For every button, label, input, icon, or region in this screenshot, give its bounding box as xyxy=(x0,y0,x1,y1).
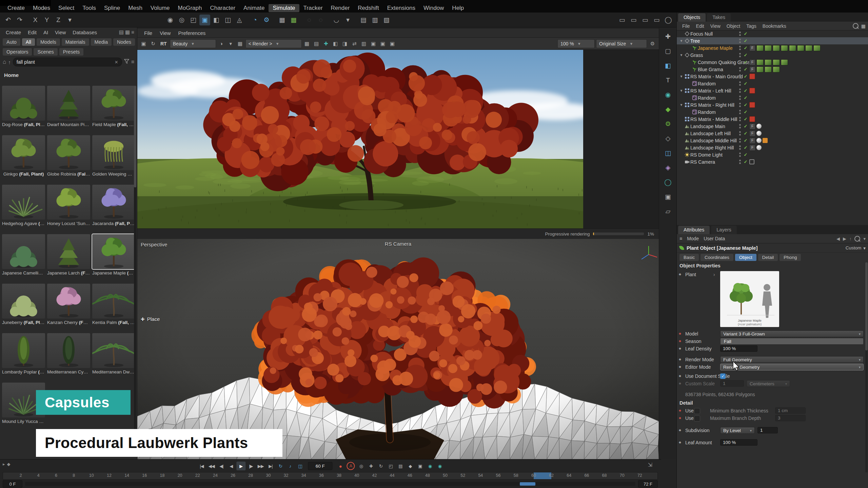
visibility-dots[interactable] xyxy=(738,46,742,50)
enable-check-icon[interactable]: ✓ xyxy=(743,159,748,164)
enable-check-icon[interactable]: ✓ xyxy=(743,117,748,122)
checker-background-icon[interactable]: ▦ xyxy=(236,39,244,48)
enable-check-icon[interactable]: ✓ xyxy=(743,95,748,100)
annotate-icon[interactable]: ▱ xyxy=(663,206,673,217)
editor-dot[interactable] xyxy=(739,145,741,147)
mograph-icon[interactable]: ◈ xyxy=(663,162,673,173)
transport-5[interactable]: |▶ xyxy=(246,462,255,470)
use-document-scale-checkbox[interactable]: ✓ xyxy=(720,373,726,379)
object-row-landscape-main[interactable]: Landscape Main✓F xyxy=(677,123,868,130)
asset-item-field-maple[interactable]: Field Maple (Fall, Plant) xyxy=(92,86,135,133)
phong-tag[interactable]: F xyxy=(749,66,755,73)
asset-item-honey-locust-sunburst-[interactable]: Honey Locust 'Sunburst' (Fall, Plant) xyxy=(47,185,90,232)
measure-icon[interactable]: ◇ xyxy=(663,133,673,144)
editor-dot[interactable] xyxy=(739,46,741,47)
progressive-refine-icon[interactable]: ✚ xyxy=(322,39,330,48)
menu-help[interactable]: Help xyxy=(448,4,468,12)
asset-item-ginkgo[interactable]: Ginkgo (Fall, Plant) xyxy=(2,135,45,183)
grid-overlay-icon[interactable]: ▦ xyxy=(303,39,311,48)
timeline-mode-icon[interactable]: ▸ xyxy=(3,462,5,467)
search-options-icon[interactable]: ≡ xyxy=(131,59,134,65)
key-filter-icon-1[interactable]: ↻ xyxy=(376,462,385,470)
visibility-dots[interactable] xyxy=(738,117,742,121)
asset-menu-create[interactable]: Create xyxy=(3,29,24,36)
snap-grid-icon[interactable]: ▦ xyxy=(288,15,299,25)
playback-toggle-1[interactable]: ♪ xyxy=(285,462,295,470)
pyro-icon[interactable]: ◔ xyxy=(250,15,260,25)
visibility-dots[interactable] xyxy=(738,160,742,164)
range-thumb[interactable] xyxy=(520,482,535,486)
redshift-object-tag[interactable] xyxy=(749,88,755,94)
connector-icon[interactable]: ◫ xyxy=(222,15,233,25)
filter-arrow-icon[interactable]: ▾ xyxy=(863,236,866,241)
transport-4[interactable]: ▶ xyxy=(236,462,245,470)
asset-item-mediterranean-dwarf-palm[interactable]: Mediterranean Dwarf Palm (Fall, Plant) xyxy=(92,333,135,381)
material-swatch[interactable] xyxy=(773,66,780,73)
category-tab-scenes[interactable]: Scenes xyxy=(34,48,57,56)
panel-menu-icon[interactable]: ≡ xyxy=(131,29,134,35)
timeline-expand-icon[interactable]: ⇲ xyxy=(648,462,652,468)
disabled-tool-icon-1[interactable]: ◌ xyxy=(304,15,315,25)
list-view-icon[interactable]: ▤ xyxy=(119,29,124,35)
editor-dot[interactable] xyxy=(739,88,741,90)
plant-preview-thumbnail[interactable]: Japanese Maple (Acer palmatum) xyxy=(720,271,779,327)
object-row-rs-matrix-right-hill[interactable]: ▼RS Matrix - Right Hill✓ xyxy=(677,101,868,108)
keyframe-icon[interactable]: ◆ xyxy=(7,462,11,467)
ab-compare-icon[interactable]: ◨ xyxy=(341,39,349,48)
attr-chip-detail[interactable]: Detail xyxy=(758,254,778,261)
phong-tag[interactable]: F xyxy=(749,145,755,151)
search-icon[interactable] xyxy=(854,236,860,242)
object-name[interactable]: RS Matrix - Main Ground xyxy=(690,74,743,79)
menu-select[interactable]: Select xyxy=(54,4,78,12)
object-name[interactable]: RS Matrix - Left Hill xyxy=(690,88,731,94)
object-row-blue-grama[interactable]: Blue Grama✓F xyxy=(677,66,868,73)
key-filter-icon-2[interactable]: ◰ xyxy=(386,462,395,470)
user-data-menu[interactable]: User Data xyxy=(704,236,725,241)
render-dot[interactable] xyxy=(739,41,741,43)
menu-tools[interactable]: Tools xyxy=(78,4,100,12)
object-name[interactable]: RS Matrix - Right Hill xyxy=(690,102,734,108)
pv-snapshot-icon-1[interactable]: ▣ xyxy=(369,39,378,48)
object-name[interactable]: Landscape Right Hill xyxy=(690,145,734,150)
visibility-dots[interactable] xyxy=(738,74,742,79)
render-dot[interactable] xyxy=(739,98,741,100)
material-swatch[interactable] xyxy=(789,45,796,51)
filter-tab-models[interactable]: Models xyxy=(37,38,60,46)
object-row-rs-camera[interactable]: RS Camera✓ xyxy=(677,158,868,165)
save-render-icon[interactable]: ▣ xyxy=(139,39,148,48)
expand-arrow-icon[interactable]: ▼ xyxy=(679,53,684,57)
object-name[interactable]: RS Camera xyxy=(690,159,715,165)
animate-bullet-icon[interactable]: ◆ xyxy=(679,374,681,378)
asset-item-japanese-maple[interactable]: Japanese Maple (Fall, Plant) xyxy=(92,234,135,282)
filter-funnel-icon[interactable] xyxy=(124,59,129,65)
material-swatch[interactable] xyxy=(765,59,772,65)
use-checkbox[interactable] xyxy=(694,408,700,414)
menu-render[interactable]: Render xyxy=(327,4,354,12)
rv-menu-view[interactable]: View xyxy=(156,30,174,36)
enable-check-icon[interactable]: ✓ xyxy=(743,67,748,72)
attr-chip-basic[interactable]: Basic xyxy=(679,254,699,261)
rv-settings-gear-icon[interactable]: ⚙ xyxy=(648,39,657,48)
transport-3[interactable]: ◀ xyxy=(226,462,236,470)
menu-redshift[interactable]: Redshift xyxy=(354,4,383,12)
material-swatch[interactable] xyxy=(773,59,780,65)
om-menu-object[interactable]: Object xyxy=(724,23,743,29)
axis-mode-icon[interactable]: ◫ xyxy=(663,147,673,158)
filter-tab-materials[interactable]: Materials xyxy=(62,38,89,46)
filter-tab-media[interactable]: Media xyxy=(91,38,112,46)
object-row-random[interactable]: Random✓ xyxy=(677,80,868,87)
simulation-settings-icon[interactable]: ⚙ xyxy=(261,15,272,25)
rv-menu-preferences[interactable]: Preferences xyxy=(175,30,209,36)
visibility-dots[interactable] xyxy=(738,32,742,36)
compare-layout-icon[interactable]: ▤ xyxy=(312,39,321,48)
enable-check-icon[interactable]: ✓ xyxy=(743,145,748,150)
phong-tag[interactable]: F xyxy=(749,123,755,129)
enable-check-icon[interactable]: ✓ xyxy=(743,31,748,36)
z-axis-lock[interactable]: Z xyxy=(53,15,64,25)
key-filter-icon-4[interactable]: ◆ xyxy=(406,462,415,470)
visibility-dots[interactable] xyxy=(738,88,742,93)
subdivision-level-field[interactable]: 1 xyxy=(757,427,778,433)
object-name[interactable]: Landscape Middle Hill xyxy=(690,138,737,143)
material-swatch[interactable] xyxy=(781,45,788,51)
expand-arrow-icon[interactable]: ▼ xyxy=(679,89,684,93)
